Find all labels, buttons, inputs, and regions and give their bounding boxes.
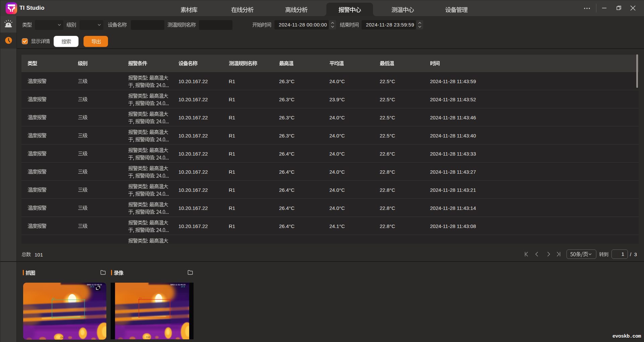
svg-text:37.9: 37.9: [181, 286, 185, 288]
svg-text:37.9: 37.9: [90, 286, 94, 288]
svg-text:5853 11 52:46:19: 5853 11 52:46:19: [87, 283, 102, 286]
svg-text:CH2: CH2: [146, 336, 150, 338]
svg-text:R1: R1: [139, 297, 142, 299]
svg-text:CH2: CH2: [60, 336, 64, 339]
svg-text:5853 11 52:46:19: 5853 11 52:46:19: [170, 283, 185, 286]
svg-text:R1: R1: [52, 297, 55, 299]
